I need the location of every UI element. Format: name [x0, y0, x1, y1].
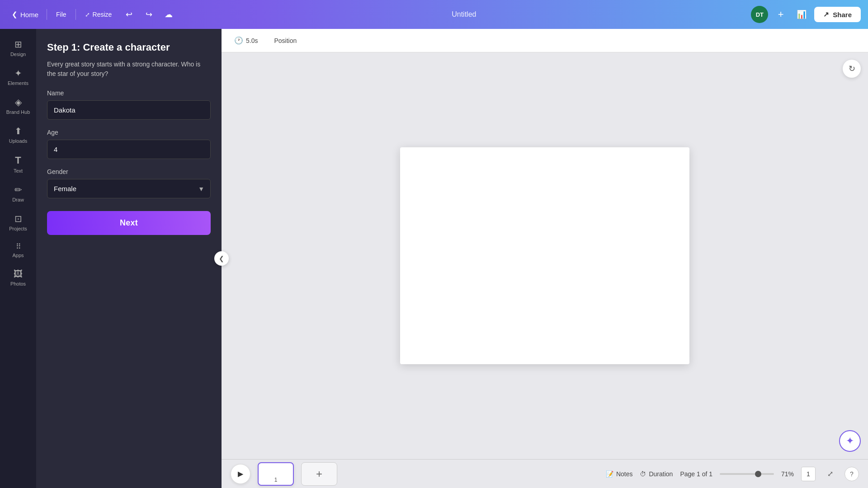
- name-input[interactable]: [47, 100, 211, 120]
- next-label: Next: [120, 218, 138, 227]
- design-icon: ⊞: [14, 39, 22, 50]
- elements-icon: ✦: [14, 68, 22, 79]
- sidebar: ⊞ Design ✦ Elements ◈ Brand Hub ⬆ Upload…: [0, 29, 36, 488]
- photos-icon: 🖼: [14, 269, 23, 279]
- position-control[interactable]: Position: [270, 35, 300, 46]
- undo-button[interactable]: ↩: [121, 6, 137, 23]
- zoom-bar: 71%: [720, 470, 794, 478]
- help-button[interactable]: ?: [844, 467, 859, 481]
- panel-title: Step 1: Create a character: [47, 42, 211, 53]
- draw-icon: ✏: [14, 184, 22, 195]
- document-title[interactable]: Untitled: [452, 10, 476, 19]
- sidebar-label-apps: Apps: [12, 253, 24, 258]
- sidebar-label-projects: Projects: [9, 226, 27, 231]
- chevron-left-icon: ❮: [12, 10, 18, 19]
- analytics-button[interactable]: 📊: [793, 6, 810, 23]
- duration-button[interactable]: ⏱ Duration: [640, 470, 673, 478]
- sidebar-item-brand-hub[interactable]: ◈ Brand Hub: [2, 92, 34, 119]
- avatar[interactable]: DT: [751, 6, 768, 23]
- duration-control[interactable]: 🕐 5.0s: [231, 34, 261, 47]
- expand-button[interactable]: ⤢: [823, 467, 837, 481]
- canvas-page[interactable]: [400, 147, 689, 364]
- page-number: 1: [807, 470, 810, 478]
- share-icon: ↗: [823, 10, 829, 19]
- resize-label: Resize: [93, 11, 112, 18]
- sidebar-item-projects[interactable]: ⊡ Projects: [2, 209, 34, 236]
- zoom-thumb[interactable]: [755, 471, 761, 477]
- age-label: Age: [47, 129, 211, 136]
- toolbar: 🕐 5.0s Position: [222, 29, 868, 52]
- hide-panel-button[interactable]: ❮: [214, 251, 229, 266]
- sidebar-label-draw: Draw: [12, 197, 24, 202]
- bottom-right-controls: 📝 Notes ⏱ Duration Page 1 of 1 71% 1: [606, 467, 859, 481]
- play-icon: ▶: [238, 469, 243, 478]
- sidebar-label-uploads: Uploads: [9, 138, 27, 144]
- home-button[interactable]: ❮ Home: [7, 8, 43, 21]
- help-icon: ?: [850, 470, 854, 478]
- sidebar-label-design: Design: [10, 52, 26, 57]
- position-label: Position: [274, 37, 297, 44]
- duration-label: Duration: [649, 470, 673, 478]
- redo-button[interactable]: ↪: [141, 6, 157, 23]
- text-icon: T: [15, 155, 21, 166]
- sidebar-label-brand-hub: Brand Hub: [6, 109, 30, 115]
- sidebar-item-uploads[interactable]: ⬆ Uploads: [2, 121, 34, 148]
- apps-icon: ⠿: [16, 242, 21, 251]
- resize-icon: ⤢: [85, 11, 90, 18]
- file-label: File: [56, 11, 66, 18]
- home-label: Home: [20, 11, 38, 19]
- projects-icon: ⊡: [14, 213, 22, 224]
- file-button[interactable]: File: [51, 8, 72, 21]
- canvas-area: 🕐 5.0s Position ↻ ✦ ▶ 1: [222, 29, 868, 488]
- share-label: Share: [833, 11, 852, 19]
- resize-button[interactable]: ⤢ Resize: [80, 8, 118, 21]
- save-cloud-button[interactable]: ☁: [160, 6, 177, 23]
- notes-button[interactable]: 📝 Notes: [606, 470, 633, 478]
- sidebar-item-elements[interactable]: ✦ Elements: [2, 63, 34, 90]
- sidebar-item-apps[interactable]: ⠿ Apps: [2, 238, 34, 263]
- clock-icon: 🕐: [234, 36, 243, 45]
- page-thumbnail[interactable]: 1: [258, 462, 294, 486]
- sidebar-item-text[interactable]: T Text: [2, 150, 34, 178]
- page-indicator: Page 1 of 1: [680, 470, 712, 478]
- header-divider: [47, 9, 47, 20]
- share-button[interactable]: ↗ Share: [814, 7, 861, 22]
- notes-icon: 📝: [606, 470, 613, 478]
- magic-button[interactable]: ✦: [839, 430, 861, 452]
- magic-icon: ✦: [846, 435, 854, 447]
- add-collaborator-button[interactable]: +: [773, 6, 789, 23]
- duration-icon: ⏱: [640, 470, 646, 478]
- main-body: ⊞ Design ✦ Elements ◈ Brand Hub ⬆ Upload…: [0, 29, 868, 488]
- expand-icon: ⤢: [827, 469, 833, 478]
- panel-description: Every great story starts with a strong c…: [47, 60, 211, 79]
- sidebar-item-photos[interactable]: 🖼 Photos: [2, 264, 34, 291]
- sidebar-label-text: Text: [14, 168, 23, 174]
- header: ❮ Home File ⤢ Resize ↩ ↪ ☁ Untitled DT +…: [0, 0, 868, 29]
- refresh-icon: ↻: [849, 64, 855, 74]
- header-center: Untitled: [182, 10, 745, 19]
- page-number-button[interactable]: 1: [801, 467, 816, 481]
- name-label: Name: [47, 89, 211, 97]
- chevron-left-icon: ❮: [219, 255, 224, 262]
- header-left: ❮ Home File ⤢ Resize ↩ ↪ ☁: [7, 6, 177, 23]
- refresh-button[interactable]: ↻: [843, 60, 861, 78]
- zoom-track[interactable]: [720, 473, 774, 475]
- uploads-icon: ⬆: [14, 126, 22, 136]
- age-input[interactable]: [47, 140, 211, 159]
- sidebar-label-elements: Elements: [8, 80, 28, 86]
- notes-label: Notes: [616, 470, 633, 478]
- sidebar-item-draw[interactable]: ✏ Draw: [2, 180, 34, 207]
- brand-hub-icon: ◈: [15, 97, 22, 108]
- gender-select[interactable]: Female Male Non-binary Other: [47, 179, 211, 198]
- canvas-viewport[interactable]: ↻ ✦: [222, 52, 868, 459]
- sidebar-item-design[interactable]: ⊞ Design: [2, 34, 34, 61]
- sidebar-label-photos: Photos: [10, 281, 26, 286]
- add-page-button[interactable]: +: [301, 462, 337, 486]
- gender-label: Gender: [47, 168, 211, 175]
- duration-value: 5.0s: [246, 37, 258, 44]
- gender-select-wrap: Female Male Non-binary Other ▼: [47, 179, 211, 198]
- next-button[interactable]: Next: [47, 211, 211, 235]
- plus-icon: +: [316, 468, 322, 480]
- play-button[interactable]: ▶: [231, 464, 250, 484]
- zoom-value: 71%: [778, 470, 794, 478]
